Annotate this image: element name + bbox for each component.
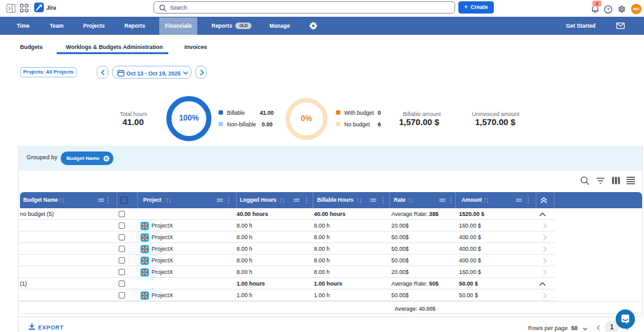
svg-text:?: ?	[607, 6, 610, 12]
